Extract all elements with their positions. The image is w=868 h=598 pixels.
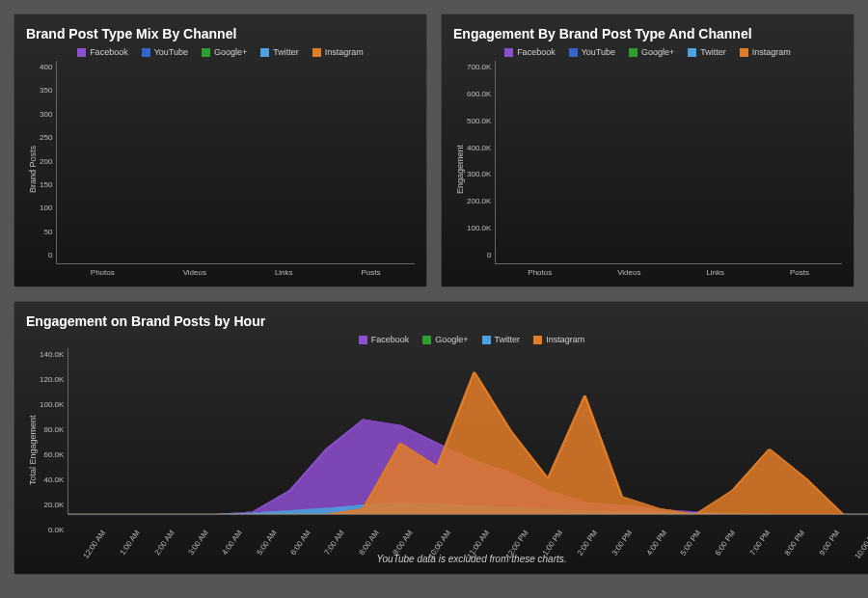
dashboard: Brand Post Type Mix By Channel FacebookY… — [0, 0, 868, 598]
legend-item-facebook[interactable]: Facebook — [504, 47, 556, 57]
swatch-icon — [533, 336, 542, 344]
panel-engtype-plot — [495, 61, 842, 264]
legend-item-instagram[interactable]: Instagram — [312, 47, 364, 57]
panel-hour-xaxis: 12:00 AM1:00 AM2:00 AM3:00 AM4:00 AM5:00… — [68, 515, 868, 552]
panel-hour: Engagement on Brand Posts by Hour Facebo… — [14, 301, 868, 575]
panel-mix: Brand Post Type Mix By Channel FacebookY… — [14, 14, 427, 287]
legend-item-googleplus[interactable]: Google+ — [629, 47, 674, 57]
panel-engtype: Engagement By Brand Post Type And Channe… — [441, 14, 854, 287]
panel-engtype-title: Engagement By Brand Post Type And Channe… — [453, 26, 842, 41]
xaxis-label: Links — [706, 268, 724, 277]
xaxis-label: Links — [275, 268, 293, 277]
legend-label: Google+ — [214, 47, 247, 57]
legend-label: Instagram — [546, 335, 584, 344]
xaxis-label: Photos — [528, 268, 552, 277]
legend-label: Instagram — [752, 47, 791, 57]
panel-hour-title: Engagement on Brand Posts by Hour — [26, 313, 868, 329]
legend-label: YouTube — [582, 47, 615, 57]
legend-item-facebook[interactable]: Facebook — [359, 335, 410, 344]
legend-item-facebook[interactable]: Facebook — [77, 47, 128, 57]
panel-hour-yaxis: 140.0K120.0K100.0K80.0K60.0K40.0K20.0K0.… — [40, 348, 68, 552]
legend-item-instagram[interactable]: Instagram — [533, 335, 584, 344]
panel-engtype-xaxis: PhotosVideosLinksPosts — [495, 264, 842, 277]
legend-item-twitter[interactable]: Twitter — [688, 47, 726, 57]
panel-mix-chart: Brand Posts 400350300250200150100500 Pho… — [26, 61, 415, 277]
swatch-icon — [77, 48, 86, 57]
legend-item-instagram[interactable]: Instagram — [740, 47, 791, 57]
xaxis-label: Videos — [617, 268, 640, 277]
legend-item-youtube[interactable]: YouTube — [142, 47, 188, 57]
xaxis-label: Posts — [362, 268, 381, 277]
panel-mix-title: Brand Post Type Mix By Channel — [26, 26, 415, 41]
swatch-icon — [569, 48, 578, 57]
area-series-instagram[interactable] — [68, 372, 868, 514]
legend-item-googleplus[interactable]: Google+ — [202, 47, 247, 57]
legend-label: Twitter — [495, 335, 521, 344]
legend-label: Instagram — [325, 47, 364, 57]
panel-hour-plot — [68, 348, 868, 515]
swatch-icon — [504, 48, 513, 57]
panel-engtype-ylabel: Engagement — [453, 61, 467, 277]
xaxis-label: Photos — [91, 268, 115, 277]
row-bottom: Engagement on Brand Posts by Hour Facebo… — [14, 301, 854, 575]
swatch-icon — [142, 48, 150, 57]
swatch-icon — [740, 48, 748, 57]
swatch-icon — [359, 336, 367, 344]
legend-label: Google+ — [435, 335, 468, 344]
legend-label: YouTube — [154, 47, 188, 57]
panel-hour-legend: FacebookGoogle+TwitterInstagram — [26, 335, 868, 344]
swatch-icon — [202, 48, 210, 57]
panel-mix-plot — [56, 61, 415, 264]
swatch-icon — [422, 336, 431, 344]
swatch-icon — [688, 48, 696, 57]
legend-label: Google+ — [641, 47, 674, 57]
swatch-icon — [629, 48, 637, 57]
panel-hour-ylabel: Total Engagement — [26, 348, 40, 552]
xaxis-label: Videos — [183, 268, 206, 277]
panel-hour-chart: Total Engagement 140.0K120.0K100.0K80.0K… — [26, 348, 868, 552]
legend-label: Facebook — [371, 335, 410, 344]
swatch-icon — [312, 48, 321, 57]
area-chart — [68, 348, 868, 514]
panel-engtype-chart: Engagement 700.0K600.0K500.0K400.0K300.0… — [453, 61, 842, 277]
legend-item-googleplus[interactable]: Google+ — [422, 335, 468, 344]
panel-mix-xaxis: PhotosVideosLinksPosts — [56, 264, 415, 277]
panel-engtype-yaxis: 700.0K600.0K500.0K400.0K300.0K200.0K100.… — [467, 61, 495, 277]
swatch-icon — [482, 336, 491, 344]
legend-label: Facebook — [517, 47, 556, 57]
swatch-icon — [260, 48, 269, 57]
panel-engtype-legend: FacebookYouTubeGoogle+TwitterInstagram — [453, 47, 842, 57]
legend-item-twitter[interactable]: Twitter — [482, 335, 521, 344]
panel-mix-legend: FacebookYouTubeGoogle+TwitterInstagram — [26, 47, 415, 57]
legend-label: Twitter — [273, 47, 299, 57]
legend-label: Facebook — [90, 47, 128, 57]
legend-item-twitter[interactable]: Twitter — [260, 47, 299, 57]
row-top: Brand Post Type Mix By Channel FacebookY… — [14, 14, 854, 287]
legend-item-youtube[interactable]: YouTube — [569, 47, 615, 57]
legend-label: Twitter — [700, 47, 726, 57]
panel-mix-ylabel: Brand Posts — [26, 61, 40, 277]
xaxis-label: Posts — [790, 268, 809, 277]
panel-mix-yaxis: 400350300250200150100500 — [40, 61, 56, 277]
